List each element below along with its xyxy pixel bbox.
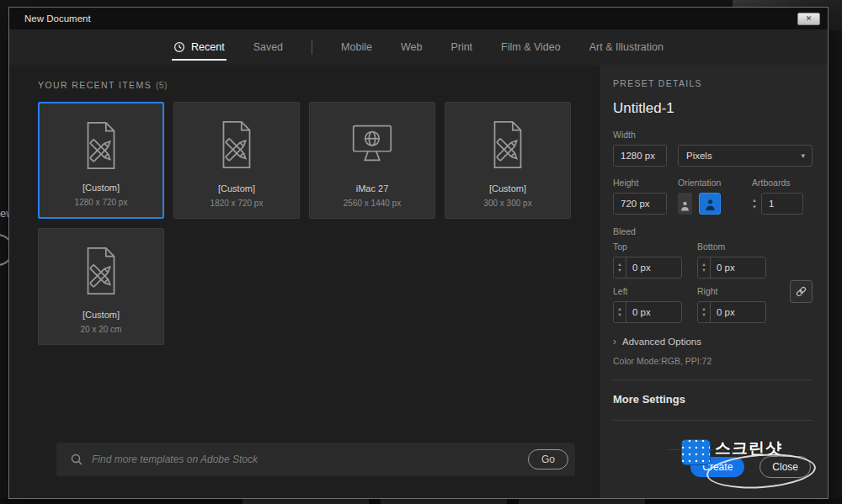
template-dimensions: 2560 x 1440 px bbox=[344, 199, 401, 208]
preset-details-header: PRESET DETAILS bbox=[613, 78, 813, 88]
bleed-left-value: 0 px bbox=[626, 302, 681, 322]
chevron-right-icon: › bbox=[613, 337, 616, 347]
document-icon bbox=[75, 119, 127, 172]
display-globe-icon bbox=[346, 119, 398, 171]
bleed-top-stepper[interactable]: ▲▼ bbox=[614, 257, 626, 278]
advanced-options-toggle[interactable]: › Advanced Options bbox=[613, 337, 813, 347]
bleed-top-value: 0 px bbox=[626, 257, 681, 278]
category-tabbar: Recent Saved Mobile Web Print Film & Vid… bbox=[9, 29, 828, 65]
template-name: [Custom] bbox=[218, 183, 255, 194]
close-icon: ✕ bbox=[806, 14, 813, 23]
chevron-down-icon: ▾ bbox=[801, 151, 805, 160]
bleed-bottom-value: 0 px bbox=[711, 257, 765, 278]
height-input[interactable] bbox=[613, 193, 667, 215]
arrow-down-icon: ▼ bbox=[617, 313, 621, 318]
close-button[interactable]: Close bbox=[759, 456, 811, 478]
artboards-stepper[interactable]: ▲ ▼ bbox=[752, 198, 757, 210]
titlebar: New Document ✕ bbox=[9, 8, 828, 29]
bleed-left-input[interactable]: ▲▼ 0 px bbox=[613, 301, 682, 323]
bleed-right-value: 0 px bbox=[711, 302, 765, 322]
units-dropdown[interactable]: Pixels ▾ bbox=[678, 145, 813, 167]
width-row: Pixels ▾ bbox=[613, 145, 813, 167]
divider bbox=[613, 379, 813, 380]
clock-icon bbox=[173, 41, 185, 53]
artboards-control: ▲ ▼ bbox=[752, 193, 813, 215]
template-card[interactable]: [Custom] 1820 x 720 px bbox=[173, 102, 300, 219]
bleed-right-stepper[interactable]: ▲▼ bbox=[698, 302, 711, 322]
tab-art-illustration[interactable]: Art & Illustration bbox=[589, 29, 663, 65]
new-document-dialog: New Document ✕ Recent Saved Mobile Web P… bbox=[8, 7, 829, 499]
template-card[interactable]: [Custom] 1280 x 720 px bbox=[38, 102, 164, 219]
orientation-portrait-button[interactable] bbox=[678, 193, 692, 215]
recent-items-count: (5) bbox=[156, 80, 168, 90]
document-icon bbox=[210, 119, 263, 171]
template-card[interactable]: iMac 27 2560 x 1440 px bbox=[309, 102, 435, 219]
template-dimensions: 1280 x 720 px bbox=[75, 198, 128, 207]
template-name: [Custom] bbox=[489, 183, 526, 194]
document-icon bbox=[75, 245, 127, 297]
create-button[interactable]: Create bbox=[690, 457, 744, 477]
dialog-title: New Document bbox=[24, 13, 91, 24]
tab-film-video[interactable]: Film & Video bbox=[501, 29, 561, 65]
height-orientation-artboards-row: Height Orientation Artboards bbox=[613, 178, 813, 215]
width-label: Width bbox=[613, 130, 813, 140]
dialog-actions: Create Close bbox=[613, 456, 811, 478]
arrow-down-icon: ▼ bbox=[701, 268, 706, 273]
arrow-down-icon: ▼ bbox=[617, 268, 621, 273]
color-mode-summary: Color Mode:RGB, PPI:72 bbox=[613, 356, 813, 366]
more-settings-link[interactable]: More Settings bbox=[613, 393, 813, 406]
arrow-up-icon: ▲ bbox=[617, 307, 621, 312]
arrow-up-icon: ▲ bbox=[701, 263, 706, 268]
orientation-landscape-button[interactable] bbox=[699, 193, 721, 215]
artboards-input[interactable] bbox=[761, 193, 803, 215]
bleed-top-input[interactable]: ▲▼ 0 px bbox=[613, 257, 682, 279]
bleed-section: Top ▲▼ 0 px Bottom ▲▼ 0 px bbox=[613, 241, 813, 323]
preset-details-panel: PRESET DETAILS Untitled-1 Width Pixels ▾… bbox=[599, 65, 828, 498]
go-button[interactable]: Go bbox=[528, 449, 568, 470]
arrow-down-icon: ▼ bbox=[752, 204, 757, 210]
template-card[interactable]: [Custom] 300 x 300 px bbox=[445, 102, 571, 219]
template-card[interactable]: [Custom] 20 x 20 cm bbox=[38, 228, 164, 345]
link-icon bbox=[795, 285, 807, 298]
dialog-body: YOUR RECENT ITEMS(5) [Custom] 1280 x 720… bbox=[9, 65, 828, 498]
height-label: Height bbox=[613, 178, 678, 188]
arrow-down-icon: ▼ bbox=[701, 313, 706, 318]
bleed-bottom-label: Bottom bbox=[697, 241, 766, 252]
background-bottom-strip bbox=[0, 498, 842, 504]
stock-search-bar: Go bbox=[56, 443, 575, 476]
template-dimensions: 1820 x 720 px bbox=[210, 199, 264, 208]
bleed-right-label: Right bbox=[697, 286, 766, 296]
bleed-left-stepper[interactable]: ▲▼ bbox=[614, 302, 626, 322]
tab-mobile[interactable]: Mobile bbox=[341, 29, 372, 65]
width-input[interactable] bbox=[613, 145, 667, 167]
template-grid: [Custom] 1280 x 720 px [Custom] 1820 x 7… bbox=[38, 102, 575, 345]
search-input[interactable] bbox=[92, 454, 528, 465]
tab-recent[interactable]: Recent bbox=[173, 29, 225, 65]
bleed-left-label: Left bbox=[613, 286, 682, 296]
template-name: iMac 27 bbox=[356, 183, 389, 194]
bleed-bottom-input[interactable]: ▲▼ 0 px bbox=[697, 257, 766, 279]
template-dimensions: 20 x 20 cm bbox=[81, 325, 122, 334]
bleed-label: Bleed bbox=[613, 226, 813, 236]
artboards-label: Artboards bbox=[752, 178, 813, 188]
divider-short bbox=[667, 449, 759, 450]
arrow-up-icon: ▲ bbox=[701, 307, 706, 312]
recent-items-panel: YOUR RECENT ITEMS(5) [Custom] 1280 x 720… bbox=[9, 65, 599, 498]
template-dimensions: 300 x 300 px bbox=[483, 199, 531, 208]
arrow-up-icon: ▲ bbox=[752, 198, 757, 203]
tab-print[interactable]: Print bbox=[450, 29, 472, 65]
close-window-button[interactable]: ✕ bbox=[797, 13, 820, 25]
recent-items-header: YOUR RECENT ITEMS(5) bbox=[38, 80, 575, 90]
tab-divider bbox=[312, 40, 312, 55]
link-bleed-values-button[interactable] bbox=[790, 280, 813, 303]
units-value: Pixels bbox=[686, 151, 801, 161]
tab-saved[interactable]: Saved bbox=[253, 29, 283, 65]
document-name-field[interactable]: Untitled-1 bbox=[613, 100, 813, 117]
person-landscape-icon bbox=[705, 198, 716, 212]
bleed-bottom-stepper[interactable]: ▲▼ bbox=[698, 257, 711, 278]
bleed-right-input[interactable]: ▲▼ 0 px bbox=[697, 301, 766, 323]
tab-web[interactable]: Web bbox=[401, 29, 422, 65]
orientation-label: Orientation bbox=[678, 178, 752, 188]
template-name: [Custom] bbox=[83, 310, 120, 320]
search-icon bbox=[70, 453, 83, 466]
